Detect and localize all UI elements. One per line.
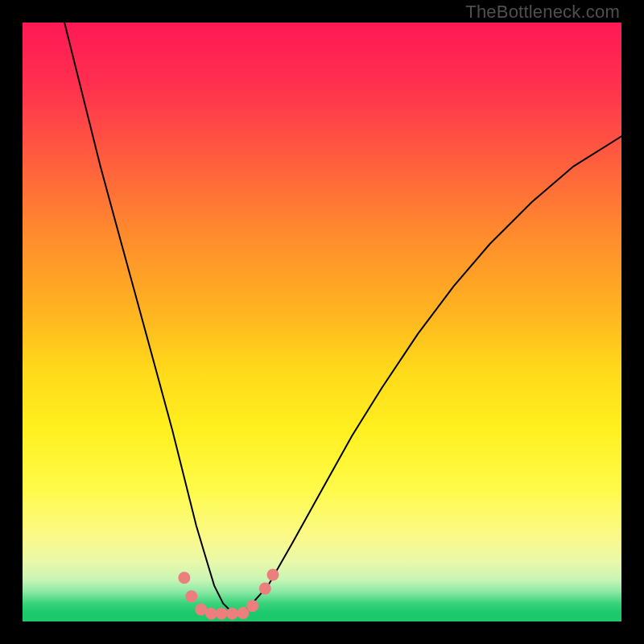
plot-area bbox=[23, 23, 621, 621]
data-point bbox=[178, 572, 190, 584]
data-point bbox=[246, 600, 258, 612]
data-point bbox=[259, 583, 271, 595]
chart-frame: TheBottleneck.com bbox=[0, 0, 644, 644]
data-point bbox=[267, 569, 279, 581]
data-point bbox=[216, 608, 228, 620]
data-point bbox=[237, 607, 249, 619]
watermark-text: TheBottleneck.com bbox=[465, 2, 620, 23]
data-point bbox=[185, 590, 197, 602]
bottleneck-curve bbox=[64, 23, 621, 613]
curve-layer bbox=[23, 23, 621, 621]
data-point bbox=[226, 608, 238, 620]
